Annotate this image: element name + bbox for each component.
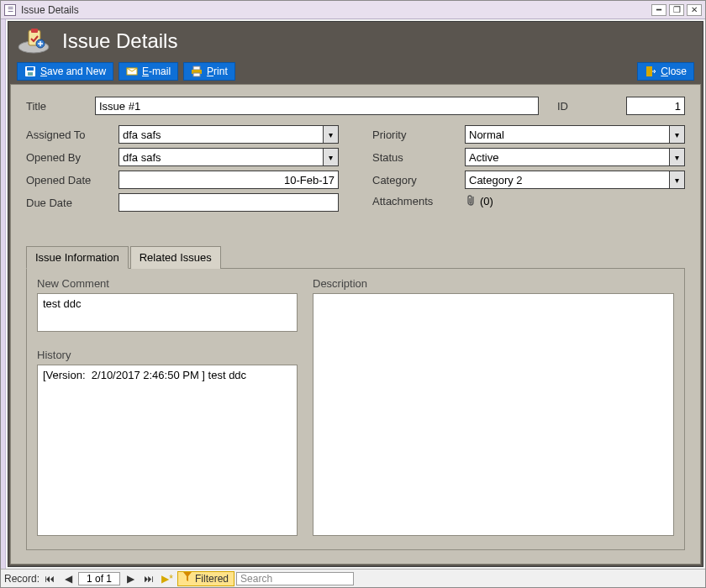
close-button[interactable]: Close — [637, 62, 694, 81]
nav-next-button[interactable]: ▶ — [122, 571, 139, 586]
email-icon — [126, 66, 138, 77]
svg-rect-6 — [28, 72, 33, 76]
tab-related-issues[interactable]: Related Issues — [130, 246, 221, 269]
svg-rect-10 — [193, 73, 200, 76]
filter-toggle[interactable]: Filtered — [177, 571, 234, 586]
save-icon — [24, 66, 36, 77]
category-combo[interactable]: Category 2 ▾ — [465, 171, 685, 189]
record-position[interactable] — [78, 572, 120, 585]
form-icon: ☰ — [4, 4, 16, 16]
chevron-down-icon[interactable]: ▾ — [670, 125, 685, 144]
save-and-new-button[interactable]: Save and New — [17, 62, 113, 81]
chevron-down-icon[interactable]: ▾ — [324, 148, 339, 166]
header-band: Issue Details — [8, 22, 703, 60]
restore-button[interactable]: ❐ — [669, 4, 684, 16]
nav-pane-strip[interactable] — [1, 19, 6, 569]
tabs-section: Issue Information Related Issues New Com… — [26, 245, 685, 550]
priority-combo[interactable]: Normal ▾ — [465, 125, 685, 144]
opened-by-label: Opened By — [26, 151, 119, 164]
chevron-down-icon[interactable]: ▾ — [670, 148, 685, 166]
assigned-to-label: Assigned To — [26, 129, 119, 141]
id-value — [626, 97, 685, 115]
close-window-button[interactable]: ✕ — [687, 4, 702, 16]
record-nav: Record: ⏮ ◀ ▶ ⏭ ▶* Filtered — [1, 569, 705, 587]
minimize-button[interactable]: ━ — [651, 4, 666, 16]
nav-prev-button[interactable]: ◀ — [60, 571, 76, 586]
description-input[interactable] — [313, 293, 674, 536]
opened-date-label: Opened Date — [26, 174, 119, 186]
toolbar: Save and New E-mail Print — [8, 60, 703, 82]
filter-icon — [183, 572, 192, 585]
record-search[interactable] — [236, 572, 354, 585]
history-box — [37, 365, 298, 536]
print-icon — [191, 66, 203, 77]
id-label: ID — [557, 100, 616, 113]
history-label: History — [37, 349, 298, 361]
form-card: Issue Details Save and New E-mail — [8, 21, 703, 567]
record-label: Record: — [4, 573, 40, 585]
paperclip-icon — [465, 193, 477, 209]
page-title: Issue Details — [62, 29, 177, 53]
status-label: Status — [372, 151, 465, 164]
due-date-label: Due Date — [26, 197, 119, 209]
status-combo[interactable]: Active ▾ — [465, 148, 685, 166]
new-comment-input[interactable] — [37, 293, 298, 332]
email-button[interactable]: E-mail — [119, 62, 178, 81]
attachments-label: Attachments — [372, 195, 465, 207]
due-date-input[interactable] — [119, 193, 339, 212]
chevron-down-icon[interactable]: ▾ — [670, 171, 685, 189]
door-icon — [645, 66, 656, 77]
svg-rect-8 — [193, 66, 200, 70]
title-label: Title — [26, 100, 85, 113]
nav-new-button[interactable]: ▶* — [159, 571, 176, 586]
title-input[interactable] — [95, 97, 539, 115]
opened-by-combo[interactable]: dfa safs ▾ — [119, 148, 339, 166]
description-label: Description — [313, 277, 674, 290]
svg-rect-11 — [646, 66, 652, 76]
category-label: Category — [372, 174, 465, 186]
svg-rect-2 — [31, 29, 38, 33]
attachments-count: (0) — [480, 195, 493, 207]
window-title: Issue Details — [21, 4, 79, 16]
assigned-to-combo[interactable]: dfa safs ▾ — [119, 125, 339, 144]
opened-date-input[interactable]: 10-Feb-17 — [119, 171, 339, 189]
nav-last-button[interactable]: ⏭ — [140, 571, 157, 586]
svg-rect-5 — [27, 67, 34, 71]
form-content: Title ID Assigned To dfa safs ▾ — [10, 84, 701, 564]
chevron-down-icon[interactable]: ▾ — [324, 125, 339, 144]
tab-issue-information[interactable]: Issue Information — [26, 246, 129, 269]
new-comment-label: New Comment — [37, 277, 298, 290]
window-titlebar: ☰ Issue Details ━ ❐ ✕ — [1, 1, 705, 19]
attachments-control[interactable]: (0) — [465, 193, 493, 209]
priority-label: Priority — [372, 129, 465, 141]
app-window: ☰ Issue Details ━ ❐ ✕ — [0, 0, 706, 588]
print-button[interactable]: Print — [183, 62, 235, 81]
nav-first-button[interactable]: ⏮ — [41, 571, 58, 586]
clipboard-icon — [17, 29, 52, 54]
